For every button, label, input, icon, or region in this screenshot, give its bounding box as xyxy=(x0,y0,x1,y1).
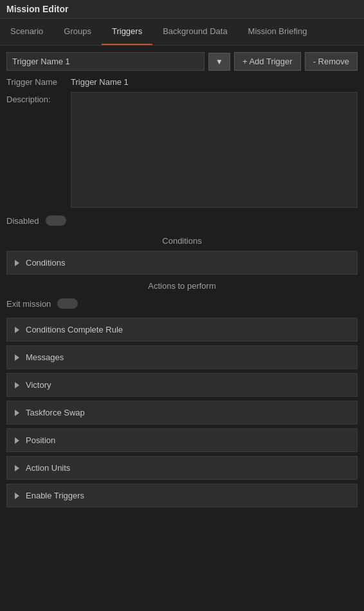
conditions-chevron-icon xyxy=(15,260,19,266)
exit-mission-row: Exit mission xyxy=(6,296,358,311)
taskforce-swap-panel-label: Taskforce Swap xyxy=(26,408,85,417)
remove-trigger-button[interactable]: - Remove xyxy=(305,52,358,71)
conditions-complete-rule-panel: Conditions Complete Rule xyxy=(6,318,358,342)
position-panel-header[interactable]: Position xyxy=(7,429,357,451)
description-label: Description: xyxy=(6,92,71,208)
main-content: Trigger Name 1 ▼ + Add Trigger - Remove … xyxy=(0,46,364,518)
messages-panel: Messages xyxy=(6,345,358,369)
enable-triggers-panel: Enable Triggers xyxy=(6,484,358,507)
action-units-panel-label: Action Units xyxy=(26,463,70,473)
conditions-panel-header[interactable]: Conditions xyxy=(7,251,357,274)
exit-mission-toggle[interactable] xyxy=(57,298,78,309)
position-chevron-icon xyxy=(15,437,19,444)
enable-triggers-panel-label: Enable Triggers xyxy=(26,491,84,500)
tab-background-data[interactable]: Background Data xyxy=(152,19,237,45)
description-row: Description: xyxy=(6,92,358,208)
conditions-complete-rule-header[interactable]: Conditions Complete Rule xyxy=(7,318,357,341)
action-units-chevron-icon xyxy=(15,465,19,471)
tab-mission-briefing[interactable]: Mission Briefing xyxy=(238,19,318,45)
victory-panel: Victory xyxy=(6,373,358,397)
conditions-complete-rule-label: Conditions Complete Rule xyxy=(26,325,123,334)
victory-panel-label: Victory xyxy=(26,380,51,390)
position-panel-label: Position xyxy=(26,435,55,445)
messages-chevron-icon xyxy=(15,354,19,361)
trigger-dropdown-button[interactable]: ▼ xyxy=(208,53,230,71)
tab-bar: Scenario Groups Triggers Background Data… xyxy=(0,19,364,46)
tab-groups[interactable]: Groups xyxy=(53,19,102,45)
trigger-selector-row: Trigger Name 1 ▼ + Add Trigger - Remove xyxy=(6,52,358,71)
conditions-panel: Conditions xyxy=(6,251,358,275)
trigger-name-row: Trigger Name Trigger Name 1 xyxy=(6,77,358,87)
description-textarea[interactable] xyxy=(71,92,358,208)
victory-panel-header[interactable]: Victory xyxy=(7,374,357,396)
enable-triggers-panel-header[interactable]: Enable Triggers xyxy=(7,484,357,507)
disabled-label: Disabled xyxy=(6,216,39,226)
victory-chevron-icon xyxy=(15,382,19,388)
conditions-panel-label: Conditions xyxy=(26,258,65,268)
action-units-panel-header[interactable]: Action Units xyxy=(7,457,357,479)
app-title: Mission Editor xyxy=(6,4,68,14)
messages-panel-label: Messages xyxy=(26,352,64,362)
position-panel: Position xyxy=(6,428,358,452)
trigger-name-display: Trigger Name 1 xyxy=(6,52,205,71)
conditions-complete-rule-chevron-icon xyxy=(15,327,19,333)
tab-scenario[interactable]: Scenario xyxy=(0,19,53,45)
title-bar: Mission Editor xyxy=(0,0,364,19)
trigger-current-name: Trigger Name 1 xyxy=(12,57,70,66)
disabled-toggle[interactable] xyxy=(46,215,66,226)
messages-panel-header[interactable]: Messages xyxy=(7,346,357,369)
add-trigger-button[interactable]: + Add Trigger xyxy=(234,52,301,71)
tab-triggers[interactable]: Triggers xyxy=(102,19,152,45)
action-units-panel: Action Units xyxy=(6,456,358,480)
conditions-section-header: Conditions xyxy=(6,236,358,246)
trigger-name-value: Trigger Name 1 xyxy=(71,77,129,87)
trigger-name-label: Trigger Name xyxy=(6,77,71,87)
taskforce-swap-panel-header[interactable]: Taskforce Swap xyxy=(7,401,357,424)
exit-mission-label: Exit mission xyxy=(6,299,51,309)
taskforce-swap-chevron-icon xyxy=(15,410,19,416)
enable-triggers-chevron-icon xyxy=(15,493,19,499)
actions-section-header: Actions to perform xyxy=(6,281,358,291)
disabled-row: Disabled xyxy=(6,215,358,226)
taskforce-swap-panel: Taskforce Swap xyxy=(6,401,358,424)
